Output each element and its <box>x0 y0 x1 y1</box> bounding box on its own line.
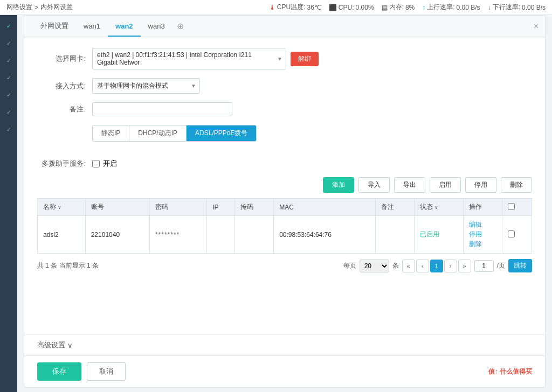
total-pages-label: /页 <box>497 261 505 270</box>
sidebar-item-7[interactable]: ✓ <box>2 123 15 136</box>
per-page-select[interactable]: 20 50 100 <box>360 260 389 272</box>
cpu-temp-label: CPU温度: <box>277 3 306 12</box>
sidebar-item-3[interactable]: ✓ <box>2 54 15 67</box>
cell-ops[interactable]: 编辑 停用 删除 <box>464 216 502 254</box>
cpu-value: 0.00% <box>356 4 374 11</box>
save-button[interactable]: 保存 <box>37 362 81 381</box>
add-tab-icon[interactable]: ⊕ <box>172 16 188 37</box>
breadcrumb-sep: > <box>34 4 38 11</box>
system-stats: 🌡 CPU温度: 36℃ ⬛ CPU: 0.00% ▤ 内存: 8% ↑ 上行速… <box>269 3 546 12</box>
thermometer-icon: 🌡 <box>269 4 275 11</box>
delete-link[interactable]: 删除 <box>469 240 496 249</box>
cell-account: 22101040 <box>85 216 149 254</box>
content-area: 外网设置 wan1 wan2 wan3 ⊕ × 选择网卡: eth2 | wan… <box>17 15 552 392</box>
edit-link[interactable]: 编辑 <box>469 220 496 229</box>
sidebar-item-2[interactable]: ✓ <box>2 37 15 50</box>
footer-buttons: 保存 取消 <box>37 362 126 381</box>
breadcrumb-part2: 内外网设置 <box>40 3 73 12</box>
col-select-all[interactable] <box>502 199 532 216</box>
stop-link[interactable]: 停用 <box>469 230 496 239</box>
col-name: 名称 ∨ <box>38 199 86 216</box>
page-jump-input[interactable] <box>474 260 494 272</box>
brand-text: 值↑ 什么值得买 <box>488 368 532 375</box>
tab-wan1[interactable]: wan1 <box>76 17 108 37</box>
jump-button[interactable]: 跳转 <box>508 259 532 272</box>
prev-page-button[interactable]: ‹ <box>416 260 429 272</box>
mem-label: 内存: <box>389 3 404 12</box>
sidebar-item-1[interactable]: ✓ <box>2 19 15 32</box>
upload-stat: ↑ 上行速率: 0.00 B/s <box>422 3 480 12</box>
nic-label: 选择网卡: <box>37 54 86 64</box>
col-password: 密码 <box>149 199 206 216</box>
cpu-stat: ⬛ CPU: 0.00% <box>329 4 374 11</box>
pagination-summary: 共 1 条 当前显示 1 条 <box>37 261 99 270</box>
remark-input[interactable] <box>92 102 232 116</box>
col-remark: 备注 <box>375 199 414 216</box>
multi-dial-enable-label: 开启 <box>103 159 117 169</box>
breadcrumb-part1: 网络设置 <box>6 3 32 12</box>
advanced-label: 高级设置 <box>37 340 65 350</box>
col-ip: IP <box>207 199 235 216</box>
tab-adsl[interactable]: ADSL/PPPoE拨号 <box>187 125 256 141</box>
page-1-button[interactable]: 1 <box>430 260 443 272</box>
cell-password: ******** <box>149 216 206 254</box>
cancel-button[interactable]: 取消 <box>87 362 126 381</box>
cell-name: adsl2 <box>38 216 86 254</box>
last-page-button[interactable]: » <box>458 260 471 272</box>
next-page-button[interactable]: › <box>444 260 457 272</box>
import-button[interactable]: 导入 <box>358 177 390 193</box>
export-button[interactable]: 导出 <box>394 177 425 193</box>
multi-dial-label: 多拨助手服务: <box>37 159 86 169</box>
delete-button[interactable]: 删除 <box>501 177 532 193</box>
tab-wan-settings[interactable]: 外网设置 <box>33 16 76 37</box>
row-checkbox[interactable] <box>508 230 515 237</box>
topbar: 网络设置 > 内外网设置 🌡 CPU温度: 36℃ ⬛ CPU: 0.00% ▤… <box>0 0 552 15</box>
access-label: 接入方式: <box>37 81 86 91</box>
cell-checkbox[interactable] <box>502 216 532 254</box>
col-mac: MAC <box>274 199 376 216</box>
tab-wan2[interactable]: wan2 <box>108 17 141 37</box>
tab-static-ip[interactable]: 静态IP <box>93 125 129 141</box>
cpu-label: CPU: <box>339 4 354 11</box>
nic-select[interactable]: eth2 | wan2 | 00:f1:f3:21:41:53 | Intel … <box>92 48 286 69</box>
tab-dhcp[interactable]: DHCP/动态IP <box>129 125 187 141</box>
download-icon: ↓ <box>488 4 491 11</box>
cell-ip <box>207 216 235 254</box>
add-button[interactable]: 添加 <box>323 177 354 193</box>
panel-footer: 保存 取消 值↑ 什么值得买 <box>24 355 545 387</box>
sidebar-item-4[interactable]: ✓ <box>2 71 15 84</box>
tab-wan3[interactable]: wan3 <box>141 17 172 37</box>
enable-button[interactable]: 启用 <box>430 177 461 193</box>
panel-header: 外网设置 wan1 wan2 wan3 ⊕ × <box>24 16 545 37</box>
access-control: 基于物理网卡的混合模式 ▼ <box>92 78 351 94</box>
cpu-temp-stat: 🌡 CPU温度: 36℃ <box>269 3 321 12</box>
main-panel: 外网设置 wan1 wan2 wan3 ⊕ × 选择网卡: eth2 | wan… <box>24 15 546 388</box>
unbind-button[interactable]: 解绑 <box>291 52 319 66</box>
advanced-chevron-icon: ∨ <box>67 341 73 349</box>
upload-value: 0.00 B/s <box>457 4 480 11</box>
download-label: 下行速率: <box>493 3 520 12</box>
per-page-unit: 条 <box>392 261 399 270</box>
select-all-checkbox[interactable] <box>508 203 515 210</box>
download-value: 0.00 B/s <box>522 4 546 11</box>
sidebar: ✓ ✓ ✓ ✓ ✓ ✓ ✓ <box>0 15 17 392</box>
multi-dial-row: 多拨助手服务: 开启 <box>37 159 532 169</box>
close-icon[interactable]: × <box>534 22 539 31</box>
remark-row: 备注: <box>37 102 532 116</box>
advanced-toggle[interactable]: 高级设置 ∨ <box>37 340 532 350</box>
page-nav: « ‹ 1 › » <box>402 260 471 272</box>
col-account: 账号 <box>85 199 149 216</box>
nic-chevron-icon: ▼ <box>277 56 282 62</box>
footer-brand: 值↑ 什么值得买 <box>488 367 532 376</box>
disable-button[interactable]: 停用 <box>465 177 496 193</box>
download-stat: ↓ 下行速率: 0.00 B/s <box>488 3 546 12</box>
multi-dial-checkbox[interactable] <box>92 160 100 167</box>
sidebar-item-5[interactable]: ✓ <box>2 88 15 101</box>
upload-label: 上行速率: <box>427 3 454 12</box>
sidebar-item-6[interactable]: ✓ <box>2 106 15 118</box>
ip-tabs: 静态IP DHCP/动态IP ADSL/PPPoE拨号 <box>92 125 257 142</box>
mem-icon: ▤ <box>382 4 388 11</box>
first-page-button[interactable]: « <box>402 260 415 272</box>
access-select[interactable]: 基于物理网卡的混合模式 ▼ <box>92 78 200 94</box>
table-row: adsl2 22101040 ******** 00:98:53:64:64:7… <box>38 216 532 254</box>
